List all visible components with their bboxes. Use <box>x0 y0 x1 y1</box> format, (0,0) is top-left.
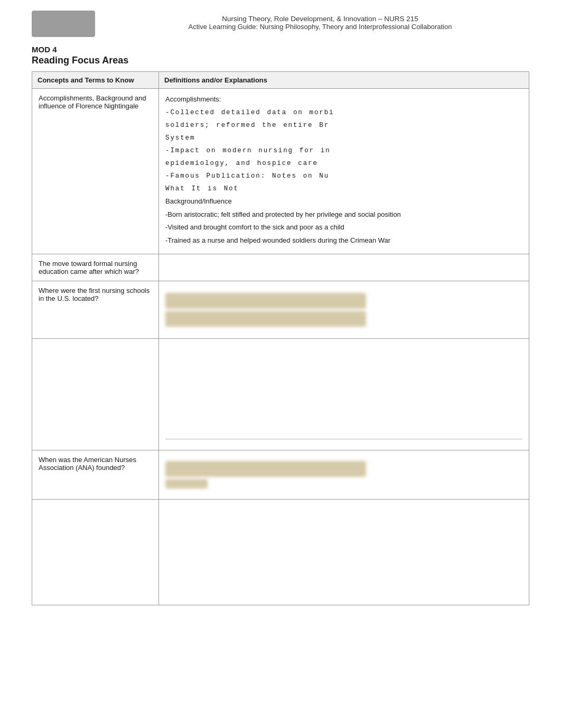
table-row-empty <box>32 338 529 450</box>
blurred-answer-ana-1 <box>165 461 366 477</box>
course-title: Nursing Theory, Role Development, & Inno… <box>111 15 529 23</box>
blurred-answer-schools-2 <box>165 311 366 327</box>
def-mono-7: What It is Not <box>165 183 522 194</box>
blurred-answer-schools-1 <box>165 293 366 309</box>
table-row-bottom-empty <box>32 499 529 605</box>
guide-title: Active Learning Guide: Nursing Philosoph… <box>111 23 529 31</box>
def-text-1: -Born aristocratic; felt stifled and pro… <box>165 209 522 220</box>
reading-focus-table: Concepts and Terms to Know Definitions a… <box>32 71 529 605</box>
page-header: Nursing Theory, Role Development, & Inno… <box>32 11 529 40</box>
def-mono-5: epidemiology, and hospice care <box>165 158 522 169</box>
logo-area <box>32 11 100 40</box>
table-row: When was the American Nurses Association… <box>32 450 529 499</box>
definition-cell-empty <box>159 338 529 450</box>
definition-cell-ana <box>159 450 529 499</box>
table-header-row: Concepts and Terms to Know Definitions a… <box>32 72 529 89</box>
def-text-2: -Visited and brought comfort to the sick… <box>165 222 522 233</box>
concept-label-ana: When was the American Nurses Association… <box>39 456 136 472</box>
definition-cell-nightingale: Accomplishments: -Collected detailed dat… <box>159 89 529 254</box>
concept-label-nightingale: Accomplishments, Background and influenc… <box>39 94 146 110</box>
col-header-definitions: Definitions and/or Explanations <box>159 72 529 89</box>
def-mono-4: -Impact on modern nursing for in <box>165 145 522 156</box>
concept-label-war: The move toward formal nursing education… <box>39 260 139 275</box>
mod-title: MOD 4 <box>32 45 529 54</box>
concept-label-schools: Where were the first nursing schools in … <box>39 287 149 302</box>
col-header-concepts: Concepts and Terms to Know <box>32 72 159 89</box>
header-text: Nursing Theory, Role Development, & Inno… <box>111 11 529 31</box>
concept-cell-war: The move toward formal nursing education… <box>32 254 159 281</box>
section-title: Reading Focus Areas <box>32 55 529 66</box>
table-row: Accomplishments, Background and influenc… <box>32 89 529 254</box>
concept-cell-bottom <box>32 499 159 605</box>
def-mono-2: soldiers; reformed the entire Br <box>165 120 522 131</box>
definition-cell-bottom <box>159 499 529 605</box>
definition-cell-war <box>159 254 529 281</box>
definition-cell-schools <box>159 281 529 338</box>
table-row: Where were the first nursing schools in … <box>32 281 529 338</box>
concept-cell-nightingale: Accomplishments, Background and influenc… <box>32 89 159 254</box>
concept-cell-ana: When was the American Nurses Association… <box>32 450 159 499</box>
concept-cell-schools: Where were the first nursing schools in … <box>32 281 159 338</box>
def-mono-6: -Famous Publication: Notes on Nu <box>165 171 522 181</box>
def-text-3: -Trained as a nurse and helped wounded s… <box>165 235 522 246</box>
blurred-answer-ana-2 <box>165 479 208 489</box>
logo-image <box>32 11 95 37</box>
def-label-accomplishments: Accomplishments: <box>165 94 522 105</box>
concept-cell-empty <box>32 338 159 450</box>
def-mono-3: System <box>165 133 522 143</box>
def-mono-1: -Collected detailed data on morbi <box>165 107 522 118</box>
table-row: The move toward formal nursing education… <box>32 254 529 281</box>
def-label-background: Background/Influence <box>165 196 522 207</box>
